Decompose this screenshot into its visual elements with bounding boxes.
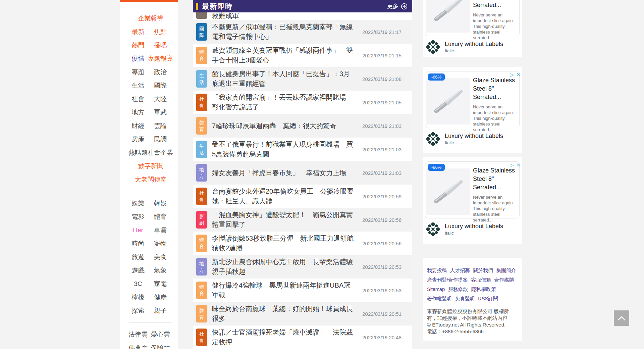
- sidebar-link-熱門[interactable]: 熱門: [128, 39, 148, 52]
- footer-link-集團簡介[interactable]: 集團簡介: [496, 266, 516, 275]
- ad-card[interactable]: -66% Glaze Stainless Steel 8" Serrated..…: [425, 71, 520, 128]
- sidebar-link-房產[interactable]: 房產: [128, 133, 148, 146]
- sidebar-link-探索[interactable]: 探索: [128, 304, 148, 317]
- sidebar-link-美食[interactable]: 美食: [148, 250, 173, 264]
- ad-body: Never serve an imperfect slice again. Th…: [473, 104, 517, 133]
- sidebar-link-旅遊[interactable]: 旅遊: [128, 250, 148, 264]
- chevron-up-icon: [618, 316, 626, 321]
- sidebar-link-Her[interactable]: Her: [128, 223, 148, 237]
- sidebar-link-佛典雲[interactable]: 佛典雲: [128, 341, 148, 349]
- ad-card[interactable]: -66% Glaze Stainless Steel 8" Serrated..…: [425, 161, 520, 218]
- knife-image: [428, 0, 468, 30]
- ad-close-icon[interactable]: ✕: [516, 72, 521, 78]
- footer-link-隱私權政策[interactable]: 隱私權政策: [471, 285, 496, 294]
- news-timestamp: 2022/03/19 20:56: [362, 217, 401, 223]
- news-row[interactable]: 地方新北汐止農會休閒中心完工啟用 長輩樂活體驗親子插秧趣2022/03/19 2…: [193, 255, 412, 279]
- circle-arrow-right-icon: [401, 3, 408, 10]
- news-row[interactable]: 體育李愷諺倒數53秒致勝三分彈 新北國王力退領航猿收2連勝2022/03/19 …: [193, 232, 412, 255]
- category-badge-影劇: 影劇: [196, 211, 207, 229]
- footer-link-客服信箱[interactable]: 客服信箱: [471, 275, 491, 285]
- category-badge-體育: 體育: [196, 117, 207, 135]
- sidebar-link-專題[interactable]: 專題: [128, 65, 148, 79]
- news-row[interactable]: 生活館長健身房出事了！本人回應「已提告」：3月底退出三重館經營2022/03/1…: [193, 67, 412, 91]
- ad-unit-1: ▷ ✕ -66% Glaze Stainless Steel 8" Serrat…: [423, 0, 522, 57]
- sidebar-link-家電[interactable]: 家電: [148, 277, 173, 291]
- sidebar-link-財經[interactable]: 財經: [128, 119, 148, 133]
- news-row[interactable]: 體育戴資穎無緣全英賽冠軍戰仍「感謝兩件事」 雙手合十附上3個愛心2022/03/…: [193, 44, 412, 67]
- footer-link-服務條款[interactable]: 服務條款: [448, 285, 468, 294]
- footer-link-RSS訂閱[interactable]: RSS訂閱: [478, 294, 498, 303]
- footer-link-免責聲明[interactable]: 免責聲明: [455, 294, 475, 303]
- ad-card[interactable]: -66% Glaze Stainless Steel 8" Serrated..…: [425, 0, 520, 36]
- news-row[interactable]: 生活受不了俄軍暴行！前職業軍人現身桃園機場 買5萬裝備勇赴烏克蘭2022/03/…: [193, 138, 412, 161]
- footer-link-關於我們[interactable]: 關於我們: [473, 266, 493, 275]
- sidebar-link-社會[interactable]: 社會: [128, 92, 148, 106]
- news-row[interactable]: 社會「我家真的開宮廟」！丟丟妹否認家裡開賭場 彰化警方說話了2022/03/19…: [193, 91, 412, 114]
- sidebar-link-氣象[interactable]: 氣象: [148, 264, 173, 277]
- sidebar-link-企業報導[interactable]: 企業報導: [128, 12, 173, 25]
- sidebar-link-遊戲[interactable]: 遊戲: [128, 264, 148, 277]
- sidebar-link-國際[interactable]: 國際: [148, 79, 173, 92]
- sidebar-link-大老闆傳奇[interactable]: 大老闆傳奇: [128, 173, 173, 186]
- sidebar-link-地方[interactable]: 地方: [128, 106, 148, 119]
- sidebar-link-親子[interactable]: 親子: [148, 304, 173, 317]
- news-row[interactable]: 地方婦女友善月「祥虎日春市集」 幸福女力上場2022/03/19 21:03: [193, 161, 412, 185]
- sidebar-link-檸檬[interactable]: 檸檬: [128, 291, 148, 304]
- news-row[interactable]: 國際不斷更新／俄軍聲稱：已摧毀烏克蘭南部「無線電和電子情報中心」2022/03/…: [193, 20, 412, 44]
- more-link[interactable]: 更多: [387, 2, 408, 10]
- sidebar-link-焦點[interactable]: 焦點: [148, 25, 173, 39]
- news-headline: 李愷諺倒數53秒致勝三分彈 新北國王力退領航猿收2連勝: [207, 234, 362, 253]
- news-row[interactable]: 體育味全終於台南贏球 葉總：好的開始！球員成長很多2022/03/19 20:5…: [193, 302, 412, 326]
- sidebar-link-最新[interactable]: 最新: [128, 25, 148, 39]
- news-timestamp: 2022/03/19 20:53: [362, 264, 401, 270]
- sidebar-link-疫情[interactable]: 疫情: [128, 52, 148, 65]
- adchoices-icon[interactable]: ▷: [510, 72, 514, 78]
- sidebar-link-娛樂[interactable]: 娛樂: [128, 197, 148, 210]
- advertiser-logo: [426, 40, 440, 54]
- sidebar-link-雲論[interactable]: 雲論: [148, 119, 173, 133]
- sidebar-link-電影[interactable]: 電影: [128, 210, 148, 223]
- sidebar-divider: [129, 322, 172, 322]
- sidebar-link-軍武[interactable]: 軍武: [148, 106, 173, 119]
- sidebar-link-專題報導[interactable]: 專題報導: [148, 52, 173, 65]
- news-timestamp: 2022/03/19 21:03: [362, 170, 401, 176]
- sidebar-link-政治[interactable]: 政治: [148, 65, 173, 79]
- sidebar-link-熱話題[interactable]: 熱話題: [128, 146, 148, 159]
- footer-link-著作權聲明[interactable]: 著作權聲明: [427, 294, 452, 303]
- footer-link-合作媒體[interactable]: 合作媒體: [494, 275, 514, 285]
- sidebar-link-體育[interactable]: 體育: [148, 210, 173, 223]
- sidebar-link-愛心雲[interactable]: 愛心雲: [148, 328, 173, 341]
- sidebar-link-保險雲[interactable]: 保險雲: [148, 341, 173, 349]
- sidebar-link-寵物[interactable]: 寵物: [148, 237, 173, 250]
- sidebar-link-法律雲[interactable]: 法律雲: [128, 328, 148, 341]
- copyright-text: 東森新媒體控股股份有限公司 版權所有，非經授權，不許轉載本網站內容 © ETto…: [427, 308, 518, 335]
- sidebar-link-車雲[interactable]: 車雲: [148, 223, 173, 237]
- copyright-line: 東森新媒體控股股份有限公司 版權所有，非經授權，不許轉載本網站內容: [427, 308, 518, 321]
- sidebar-link-韓娛[interactable]: 韓娛: [148, 197, 173, 210]
- news-row[interactable]: 體育7輪珍珠邱辰單週兩轟 葉總：很大的驚奇2022/03/19 21:03: [193, 114, 412, 138]
- sidebar-link-時尚[interactable]: 時尚: [128, 237, 148, 250]
- sidebar-link-民調[interactable]: 民調: [148, 133, 173, 146]
- knife-image: [428, 171, 468, 212]
- sidebar-link-健康[interactable]: 健康: [148, 291, 173, 304]
- scroll-to-top-button[interactable]: [614, 310, 629, 326]
- footer-link-廣告刊登/合作提案[interactable]: 廣告刊登/合作提案: [427, 275, 468, 285]
- news-row[interactable]: 社會台南宴館少東外遇20年偷吃女員工 公婆冷眼要她：肚量大、識大體2022/03…: [193, 185, 412, 208]
- ad-close-icon[interactable]: ✕: [516, 162, 521, 168]
- sidebar-link-播吧[interactable]: 播吧: [148, 39, 173, 52]
- category-badge-地方: 地方: [196, 258, 207, 276]
- category-badge-國際: 國際: [196, 23, 207, 41]
- sidebar-link-生活[interactable]: 生活: [128, 79, 148, 92]
- footer-link-人才招募[interactable]: 人才招募: [450, 266, 470, 275]
- news-row[interactable]: 社會快訊／士官酒駕撞死老婦「燒車滅證」 法院裁定收押2022/03/19 20:…: [193, 326, 412, 349]
- sidebar-link-3C[interactable]: 3C: [128, 277, 148, 291]
- news-row[interactable]: 體育健行爆冷4強輸球 黑馬世新連兩年挺進UBA冠軍戰2022/03/19 20:…: [193, 279, 412, 302]
- adchoices-icon[interactable]: ▷: [510, 162, 514, 168]
- footer-link-我要投稿[interactable]: 我要投稿: [427, 266, 447, 275]
- sidebar-link-社會企業[interactable]: 社會企業: [148, 146, 173, 159]
- footer-link-Sitemap[interactable]: Sitemap: [427, 285, 445, 294]
- sidebar-link-數字新聞[interactable]: 數字新聞: [128, 159, 173, 173]
- news-row[interactable]: 影劇「混血美胸女神」遭酸變太肥！ 霸氣公開真實體重回擊了2022/03/19 2…: [193, 208, 412, 232]
- news-headline: 「我家真的開宮廟」！丟丟妹否認家裡開賭場 彰化警方說話了: [207, 93, 362, 112]
- sidebar-link-大陸[interactable]: 大陸: [148, 92, 173, 106]
